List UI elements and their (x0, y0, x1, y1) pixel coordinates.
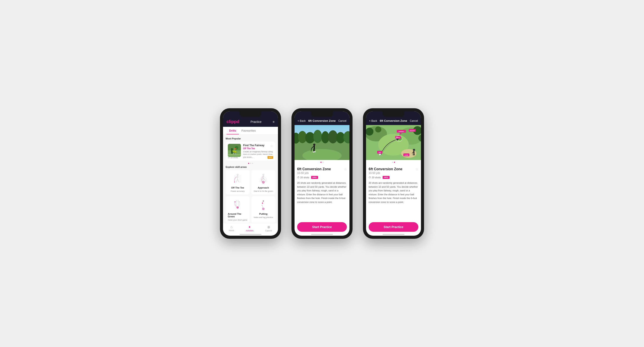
most-popular-label: Most Popular (226, 137, 275, 140)
svg-text:Miss: Miss (396, 137, 400, 138)
svg-text:SAND: SAND (404, 155, 408, 156)
back-button-2[interactable]: < Back (298, 119, 306, 122)
arg-tag-2: ARG (311, 176, 318, 179)
cancel-button-3[interactable]: Cancel (410, 119, 418, 122)
svg-line-7 (233, 152, 234, 153)
skill-card-ott[interactable]: Off The Tee Power accuracy (226, 170, 250, 194)
svg-rect-55 (313, 149, 314, 152)
svg-line-12 (236, 179, 238, 182)
carousel-dots (226, 163, 275, 164)
svg-point-46 (305, 132, 315, 143)
svg-point-48 (321, 131, 329, 143)
bottom-nav: ⌂ Home ✦ Activities ⊕ Capture (223, 223, 278, 233)
golf-scene (294, 125, 350, 160)
atg-icon (231, 198, 244, 211)
featured-drill-card[interactable]: Find The Fairway Off The Tee Create an i… (226, 142, 275, 161)
clock-icon-2: ⏱ (297, 176, 300, 179)
svg-text:FAIRWAY: FAIRWAY (398, 131, 404, 132)
detail-dots-3 (366, 161, 421, 164)
svg-point-28 (234, 201, 236, 202)
capture-icon: ⊕ (267, 225, 270, 229)
drill-desc-2: 20 shots are randomly generated at dista… (297, 181, 347, 204)
skill-card-putting[interactable]: Putting Make and lag practice (251, 196, 275, 223)
svg-point-27 (237, 207, 238, 208)
tab-drills[interactable]: Drills (226, 127, 239, 134)
nav-capture-label: Capture (265, 230, 272, 232)
phone-3: < Back 6ft Conversion Zone Cancel (363, 108, 424, 239)
home-indicator-2 (311, 234, 333, 235)
drill-range-3: 10-50 yds (369, 172, 418, 175)
tab-favourites[interactable]: Favourites (239, 127, 258, 134)
drill-meta-2: ⏱ 20 shots ARG (297, 176, 347, 179)
svg-point-83 (413, 149, 415, 151)
skill-card-atg[interactable]: Around The Green Hone your short game (226, 196, 250, 223)
nav-capture[interactable]: ⊕ Capture (265, 225, 272, 232)
arg-tag-3: ARG (382, 176, 390, 179)
svg-point-31 (239, 201, 240, 202)
fav-icon-3[interactable]: ☆ (415, 167, 418, 171)
svg-point-67 (375, 126, 381, 133)
dot-1 (248, 163, 249, 164)
detail-content-3: 6ft Conversion Zone ☆ 10-50 yds ⏱ 20 sho… (366, 165, 421, 220)
svg-text:Hit: Hit (379, 152, 381, 153)
drill-desc-3: 20 shots are randomly generated at dista… (369, 181, 418, 204)
cancel-button-2[interactable]: Cancel (338, 119, 346, 122)
explore-label: Explore skill areas (226, 166, 275, 168)
drill-title-2: 6ft Conversion Zone (297, 167, 347, 171)
nav-home[interactable]: ⌂ Home (229, 225, 234, 232)
svg-point-30 (238, 201, 238, 201)
skill-card-approach[interactable]: Approach Dial-in to hit the green (251, 170, 275, 194)
dot-inactive-2 (322, 162, 324, 163)
favourite-icon[interactable]: ☆ (270, 144, 273, 148)
drill-shots-2: ⏱ 20 shots (297, 176, 309, 179)
start-practice-button-3[interactable]: Start Practice (369, 222, 418, 232)
clock-icon: ⏱ (228, 156, 230, 159)
atg-name: Around The Green (228, 213, 248, 218)
drill-name: Find The Fairway (243, 144, 273, 147)
svg-rect-84 (413, 151, 414, 154)
back-button-3[interactable]: < Back (369, 119, 377, 122)
approach-name: Approach (258, 186, 269, 189)
ott-icon (231, 172, 244, 185)
putting-icon (257, 198, 270, 211)
detail-header-title-2: 6ft Conversion Zone (308, 119, 336, 122)
start-practice-button-2[interactable]: Start Practice (297, 222, 347, 232)
svg-point-21 (263, 174, 264, 175)
shot-count: ⏱ 10 shots (228, 156, 238, 159)
svg-point-3 (235, 146, 238, 150)
svg-line-8 (234, 152, 236, 153)
svg-point-6 (234, 150, 235, 152)
putting-name: Putting (259, 213, 268, 215)
drill-shots-3: ⏱ 20 shots (369, 176, 381, 179)
phone-3-screen: < Back 6ft Conversion Zone Cancel (366, 111, 421, 236)
scene: clippd Practice ≡ Drills Favourites Most… (207, 95, 437, 252)
svg-point-47 (313, 130, 322, 143)
phone-2: < Back 6ft Conversion Zone Cancel (292, 108, 352, 239)
drill-title-3: 6ft Conversion Zone (369, 167, 418, 171)
svg-point-60 (314, 151, 316, 152)
drill-image-2 (294, 125, 350, 160)
nav-activities[interactable]: ✦ Activities (246, 225, 254, 232)
approach-desc: Dial-in to hit the green (254, 190, 273, 192)
clock-icon-3: ⏱ (369, 176, 371, 179)
svg-point-54 (313, 144, 316, 146)
svg-point-33 (263, 209, 264, 209)
menu-icon[interactable]: ≡ (273, 120, 274, 124)
header-title: Practice (250, 120, 262, 124)
activities-icon: ✦ (248, 225, 251, 229)
title-row-3: 6ft Conversion Zone ☆ (369, 167, 418, 171)
fav-icon-2[interactable]: ☆ (344, 167, 347, 171)
svg-text:ROUGH: ROUGH (410, 130, 415, 131)
phone-1-screen: clippd Practice ≡ Drills Favourites Most… (223, 111, 278, 236)
notch-3 (382, 111, 404, 117)
notch-1 (240, 111, 262, 117)
phone-2-screen: < Back 6ft Conversion Zone Cancel (294, 111, 350, 236)
svg-rect-85 (413, 154, 414, 155)
dot-2 (250, 163, 251, 164)
dot-inactive-3 (392, 162, 393, 163)
detail-header-title-3: 6ft Conversion Zone (380, 119, 407, 122)
ott-desc: Power accuracy (231, 190, 244, 192)
app-logo: clippd (226, 119, 239, 124)
putting-desc: Make and lag practice (254, 216, 273, 218)
ott-name: Off The Tee (231, 186, 244, 189)
